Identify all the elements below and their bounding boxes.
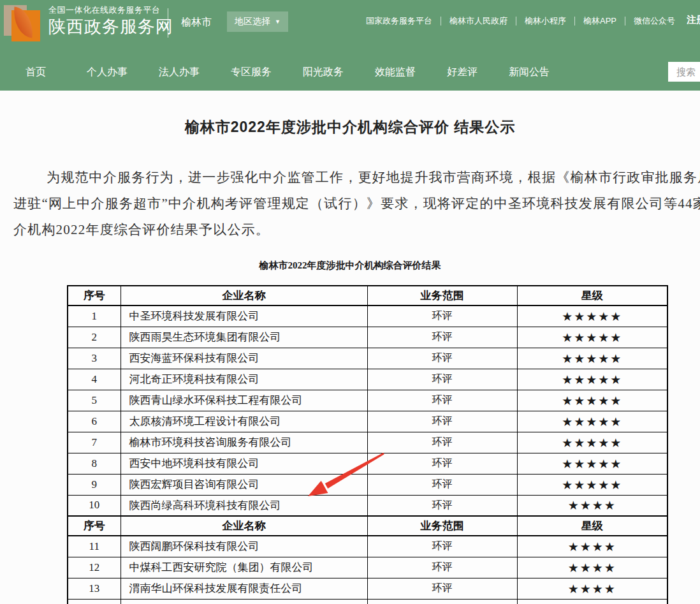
cell-star-rating: ★★★★★	[517, 306, 667, 327]
cell-business-scope: 环评	[367, 327, 517, 348]
column-header: 企业名称	[120, 516, 367, 536]
link-separator	[516, 17, 516, 26]
cell-index: 10	[68, 495, 120, 516]
cell-index: 6	[68, 411, 120, 432]
cell-star-rating: ★★★★	[517, 495, 667, 516]
site-logo[interactable]	[4, 5, 43, 42]
cell-star-rating: ★★★★	[517, 557, 667, 578]
cell-company-name: 中煤科工西安研究院（集团）有限公司	[120, 557, 367, 578]
nav-item[interactable]: 阳光政务	[303, 66, 344, 79]
top-external-links: 国家政务服务平台榆林市人民政府榆林小程序榆林APP微信公众号	[366, 15, 675, 27]
cell-company-name: 陕西青山绿水环保科技工程有限公司	[120, 390, 367, 411]
cell-company-name: 陕西宏辉项目咨询有限公司	[120, 474, 367, 495]
region-select-button[interactable]: 地区选择 ▼	[227, 11, 288, 32]
cell-star-rating: ★★★★★	[517, 474, 667, 495]
cell-business-scope: 环评	[367, 348, 517, 369]
table-row: 5陕西青山绿水环保科技工程有限公司环评★★★★★	[68, 390, 667, 411]
table-row: 4河北奇正环境科技有限公司环评★★★★★	[68, 369, 667, 390]
top-link[interactable]: 榆林小程序	[525, 15, 566, 27]
cell-business-scope: 环评	[367, 369, 517, 390]
cell-index: 8	[68, 453, 120, 474]
cell-index: 9	[68, 474, 120, 495]
table-row	[68, 599, 667, 604]
cell-business-scope: 环评	[367, 306, 517, 327]
cell-company-name: 陕西尚绿高科环境科技有限公司	[120, 495, 367, 516]
cell-business-scope: 环评	[367, 536, 517, 557]
register-link[interactable]: 注册	[687, 14, 700, 26]
nav-item[interactable]: 新闻公告	[509, 66, 550, 79]
main-navigation: 首页个人办事法人办事专区服务阳光政务效能监督好差评新闻公告	[0, 54, 700, 91]
nav-item[interactable]: 首页	[26, 66, 46, 79]
column-header: 星级	[517, 286, 667, 306]
table-row: 13渭南华山环保科技发展有限责任公司环评★★★★	[68, 578, 667, 599]
cell-star-rating: ★★★★★	[517, 348, 667, 369]
nav-item[interactable]: 专区服务	[231, 66, 272, 79]
top-link[interactable]: 微信公众号	[634, 15, 675, 27]
cell-index: 1	[68, 306, 120, 327]
link-separator	[441, 17, 441, 26]
cell-company-name: 陕西雨昊生态环境集团有限公司	[120, 327, 367, 348]
cell-business-scope	[367, 599, 517, 604]
table-row: 1中圣环境科技发展有限公司环评★★★★★	[68, 306, 667, 327]
cell-business-scope: 环评	[367, 557, 517, 578]
brand-divider	[168, 8, 168, 38]
site-title: 陕西政务服务网	[48, 18, 173, 36]
top-link[interactable]: 国家政务服务平台	[366, 15, 432, 27]
cell-index: 4	[68, 369, 120, 390]
column-header: 序号	[68, 516, 120, 536]
cell-business-scope: 环评	[367, 495, 517, 516]
cell-index: 13	[68, 578, 120, 599]
cell-index: 5	[68, 390, 120, 411]
cell-star-rating: ★★★★★	[517, 432, 667, 453]
nav-item[interactable]: 好差评	[447, 66, 478, 79]
link-separator	[625, 17, 625, 26]
cell-business-scope: 环评	[367, 411, 517, 432]
cell-index: 3	[68, 348, 120, 369]
cell-index	[68, 599, 120, 604]
column-header: 业务范围	[367, 516, 517, 536]
cell-company-name	[120, 599, 367, 604]
table-row: 2陕西雨昊生态环境集团有限公司环评★★★★★	[68, 327, 667, 348]
cell-business-scope: 环评	[367, 453, 517, 474]
top-link[interactable]: 榆林APP	[583, 15, 616, 27]
table-row: 6太原核清环境工程设计有限公司环评★★★★★	[68, 411, 667, 432]
results-table: 序号企业名称业务范围星级1中圣环境科技发展有限公司环评★★★★★2陕西雨昊生态环…	[67, 285, 668, 604]
cell-company-name: 河北奇正环境科技有限公司	[120, 369, 367, 390]
paragraph-line: 为规范中介服务行为，进一步强化中介监管工作，更好地提升我市营商环境，根据《榆林市…	[0, 165, 700, 191]
chevron-down-icon: ▼	[275, 18, 281, 25]
cell-business-scope: 环评	[367, 432, 517, 453]
cell-star-rating: ★★★★★	[517, 453, 667, 474]
cell-company-name: 太原核清环境工程设计有限公司	[120, 411, 367, 432]
cell-star-rating: ★★★★★	[517, 327, 667, 348]
table-row: 11陕西阔鹏环保科技有限公司环评★★★★	[68, 536, 667, 557]
nav-item[interactable]: 法人办事	[159, 66, 200, 79]
table-row: 3西安海蓝环保科技有限公司环评★★★★★	[68, 348, 667, 369]
top-link[interactable]: 榆林市人民政府	[449, 15, 507, 27]
column-header: 星级	[517, 516, 667, 536]
cell-star-rating: ★★★★★	[517, 369, 667, 390]
nav-item[interactable]: 效能监督	[375, 66, 416, 79]
cell-company-name: 渭南华山环保科技发展有限责任公司	[120, 578, 367, 599]
brand-text: 全国一体化在线政务服务平台 陕西政务服务网	[48, 6, 173, 36]
cell-star-rating: ★★★★★	[517, 411, 667, 432]
paragraph-line: 介机构2022年度综合评价结果予以公示。	[0, 217, 700, 243]
table-header-row: 序号企业名称业务范围星级	[68, 286, 667, 306]
nav-item[interactable]: 个人办事	[87, 66, 128, 79]
search-input[interactable]	[668, 62, 700, 82]
cell-star-rating: ★★★★★	[517, 390, 667, 411]
platform-tagline: 全国一体化在线政务服务平台	[48, 6, 173, 14]
table-row: 8西安中地环境科技有限公司环评★★★★★	[68, 453, 667, 474]
table-row: 7榆林市环境科技咨询服务有限公司环评★★★★★	[68, 432, 667, 453]
announcement-paragraph: 为规范中介服务行为，进一步强化中介监管工作，更好地提升我市营商环境，根据《榆林市…	[0, 165, 700, 243]
cell-company-name: 西安海蓝环保科技有限公司	[120, 348, 367, 369]
table-row: 9陕西宏辉项目咨询有限公司环评★★★★★	[68, 474, 667, 495]
current-city-label: 榆林市	[181, 16, 212, 29]
cell-index: 11	[68, 536, 120, 557]
cell-star-rating: ★★★★	[517, 536, 667, 557]
table-row: 10陕西尚绿高科环境科技有限公司环评★★★★	[68, 495, 667, 516]
region-select-label: 地区选择	[235, 16, 270, 27]
cell-company-name: 榆林市环境科技咨询服务有限公司	[120, 432, 367, 453]
column-header: 业务范围	[367, 286, 517, 306]
cell-business-scope: 环评	[367, 474, 517, 495]
cell-index: 7	[68, 432, 120, 453]
